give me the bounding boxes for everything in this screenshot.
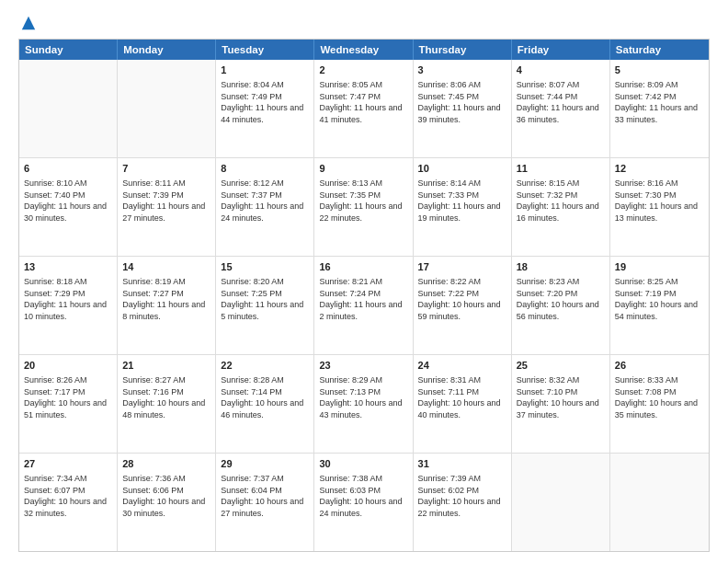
cal-cell: 31Sunrise: 7:39 AM Sunset: 6:02 PM Dayli… [414,454,512,551]
cell-info: Sunrise: 7:39 AM Sunset: 6:02 PM Dayligh… [418,474,501,518]
cal-cell: 22Sunrise: 8:28 AM Sunset: 7:14 PM Dayli… [216,355,314,453]
day-number: 4 [517,63,605,77]
cal-cell: 10Sunrise: 8:14 AM Sunset: 7:33 PM Dayli… [414,158,512,256]
day-number: 3 [418,63,506,77]
day-number: 20 [24,359,112,373]
week-row-3: 13Sunrise: 8:18 AM Sunset: 7:29 PM Dayli… [19,257,709,355]
day-number: 8 [221,162,309,176]
day-number: 7 [122,162,210,176]
cal-cell: 23Sunrise: 8:29 AM Sunset: 7:13 PM Dayli… [314,355,413,453]
cell-info: Sunrise: 8:28 AM Sunset: 7:14 PM Dayligh… [221,375,303,419]
cell-info: Sunrise: 8:04 AM Sunset: 7:49 PM Dayligh… [221,80,303,124]
cell-info: Sunrise: 8:13 AM Sunset: 7:35 PM Dayligh… [319,178,402,223]
cell-info: Sunrise: 8:25 AM Sunset: 7:19 PM Dayligh… [615,277,698,321]
cal-cell: 1Sunrise: 8:04 AM Sunset: 7:49 PM Daylig… [216,60,314,157]
cal-cell: 8Sunrise: 8:12 AM Sunset: 7:37 PM Daylig… [216,158,314,256]
day-number: 12 [615,162,704,176]
cal-cell: 12Sunrise: 8:16 AM Sunset: 7:30 PM Dayli… [610,158,709,256]
day-number: 6 [24,162,112,176]
cal-cell: 18Sunrise: 8:23 AM Sunset: 7:20 PM Dayli… [512,257,610,354]
cell-info: Sunrise: 8:23 AM Sunset: 7:20 PM Dayligh… [517,277,599,321]
cal-cell [118,60,216,157]
cal-cell: 13Sunrise: 8:18 AM Sunset: 7:29 PM Dayli… [19,257,118,354]
day-number: 18 [517,260,605,274]
day-number: 1 [221,63,309,77]
cal-cell: 7Sunrise: 8:11 AM Sunset: 7:39 PM Daylig… [118,158,216,256]
cal-cell: 6Sunrise: 8:10 AM Sunset: 7:40 PM Daylig… [19,158,118,256]
cell-info: Sunrise: 8:10 AM Sunset: 7:40 PM Dayligh… [24,178,107,223]
day-number: 19 [615,260,704,274]
day-number: 5 [615,63,704,77]
cal-cell: 24Sunrise: 8:31 AM Sunset: 7:11 PM Dayli… [414,355,512,453]
day-number: 16 [319,260,407,274]
cell-info: Sunrise: 7:36 AM Sunset: 6:06 PM Dayligh… [122,474,205,518]
header [18,15,710,31]
week-row-4: 20Sunrise: 8:26 AM Sunset: 7:17 PM Dayli… [19,355,709,454]
day-number: 14 [122,260,210,274]
cal-cell: 21Sunrise: 8:27 AM Sunset: 7:16 PM Dayli… [118,355,216,453]
cell-info: Sunrise: 8:29 AM Sunset: 7:13 PM Dayligh… [319,375,402,419]
day-number: 30 [319,457,407,471]
cal-cell: 19Sunrise: 8:25 AM Sunset: 7:19 PM Dayli… [610,257,709,354]
cal-cell: 11Sunrise: 8:15 AM Sunset: 7:32 PM Dayli… [512,158,610,256]
header-day-saturday: Saturday [610,40,709,60]
header-day-sunday: Sunday [19,40,118,60]
cell-info: Sunrise: 7:34 AM Sunset: 6:07 PM Dayligh… [24,474,107,518]
cell-info: Sunrise: 7:38 AM Sunset: 6:03 PM Dayligh… [319,474,402,518]
week-row-2: 6Sunrise: 8:10 AM Sunset: 7:40 PM Daylig… [19,158,709,257]
day-number: 2 [319,63,407,77]
cal-cell: 2Sunrise: 8:05 AM Sunset: 7:47 PM Daylig… [314,60,413,157]
header-day-wednesday: Wednesday [314,40,413,60]
day-number: 29 [221,457,309,471]
day-number: 25 [517,359,605,373]
svg-marker-0 [22,17,35,29]
cal-cell: 3Sunrise: 8:06 AM Sunset: 7:45 PM Daylig… [414,60,512,157]
calendar: SundayMondayTuesdayWednesdayThursdayFrid… [18,39,710,552]
cell-info: Sunrise: 8:07 AM Sunset: 7:44 PM Dayligh… [517,80,599,124]
cell-info: Sunrise: 8:11 AM Sunset: 7:39 PM Dayligh… [122,178,205,223]
cell-info: Sunrise: 8:27 AM Sunset: 7:16 PM Dayligh… [122,375,205,419]
cal-cell: 27Sunrise: 7:34 AM Sunset: 6:07 PM Dayli… [19,454,118,551]
day-number: 31 [418,457,506,471]
cell-info: Sunrise: 7:37 AM Sunset: 6:04 PM Dayligh… [221,474,303,518]
day-number: 24 [418,359,506,373]
cal-cell: 9Sunrise: 8:13 AM Sunset: 7:35 PM Daylig… [314,158,413,256]
cell-info: Sunrise: 8:05 AM Sunset: 7:47 PM Dayligh… [319,80,402,124]
header-day-friday: Friday [512,40,610,60]
cell-info: Sunrise: 8:16 AM Sunset: 7:30 PM Dayligh… [615,178,698,223]
cell-info: Sunrise: 8:33 AM Sunset: 7:08 PM Dayligh… [615,375,698,419]
cal-cell: 30Sunrise: 7:38 AM Sunset: 6:03 PM Dayli… [314,454,413,551]
cell-info: Sunrise: 8:15 AM Sunset: 7:32 PM Dayligh… [517,178,599,223]
cal-cell: 14Sunrise: 8:19 AM Sunset: 7:27 PM Dayli… [118,257,216,354]
cell-info: Sunrise: 8:06 AM Sunset: 7:45 PM Dayligh… [418,80,501,124]
cal-cell: 29Sunrise: 7:37 AM Sunset: 6:04 PM Dayli… [216,454,314,551]
cal-cell [512,454,610,551]
day-number: 28 [122,457,210,471]
cal-cell: 26Sunrise: 8:33 AM Sunset: 7:08 PM Dayli… [610,355,709,453]
calendar-header: SundayMondayTuesdayWednesdayThursdayFrid… [19,40,709,60]
cell-info: Sunrise: 8:14 AM Sunset: 7:33 PM Dayligh… [418,178,501,223]
cell-info: Sunrise: 8:18 AM Sunset: 7:29 PM Dayligh… [24,277,107,321]
calendar-body: 1Sunrise: 8:04 AM Sunset: 7:49 PM Daylig… [19,60,709,551]
header-day-monday: Monday [118,40,216,60]
week-row-1: 1Sunrise: 8:04 AM Sunset: 7:49 PM Daylig… [19,60,709,158]
cell-info: Sunrise: 8:22 AM Sunset: 7:22 PM Dayligh… [418,277,501,321]
cell-info: Sunrise: 8:12 AM Sunset: 7:37 PM Dayligh… [221,178,303,223]
cal-cell: 20Sunrise: 8:26 AM Sunset: 7:17 PM Dayli… [19,355,118,453]
day-number: 11 [517,162,605,176]
cell-info: Sunrise: 8:20 AM Sunset: 7:25 PM Dayligh… [221,277,303,321]
cal-cell [610,454,709,551]
cal-cell: 17Sunrise: 8:22 AM Sunset: 7:22 PM Dayli… [414,257,512,354]
cell-info: Sunrise: 8:19 AM Sunset: 7:27 PM Dayligh… [122,277,205,321]
cell-info: Sunrise: 8:21 AM Sunset: 7:24 PM Dayligh… [319,277,402,321]
cell-info: Sunrise: 8:26 AM Sunset: 7:17 PM Dayligh… [24,375,107,419]
page: SundayMondayTuesdayWednesdayThursdayFrid… [0,0,728,563]
header-day-thursday: Thursday [414,40,512,60]
header-day-tuesday: Tuesday [216,40,314,60]
day-number: 27 [24,457,112,471]
day-number: 9 [319,162,407,176]
day-number: 22 [221,359,309,373]
week-row-5: 27Sunrise: 7:34 AM Sunset: 6:07 PM Dayli… [19,454,709,551]
day-number: 23 [319,359,407,373]
cal-cell: 5Sunrise: 8:09 AM Sunset: 7:42 PM Daylig… [610,60,709,157]
